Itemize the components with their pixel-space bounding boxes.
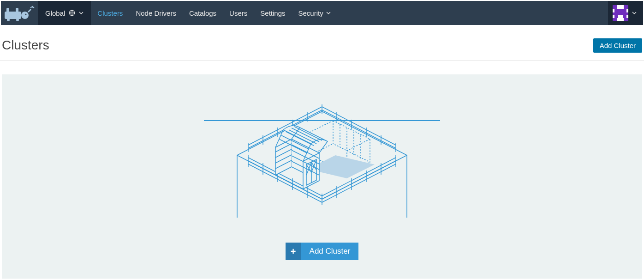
globe-icon bbox=[69, 10, 75, 16]
nav-users[interactable]: Users bbox=[223, 1, 254, 25]
svg-point-3 bbox=[21, 12, 29, 19]
scope-label: Global bbox=[45, 9, 65, 17]
scope-dropdown[interactable]: Global bbox=[38, 1, 91, 25]
svg-rect-1 bbox=[6, 8, 9, 12]
logo[interactable] bbox=[1, 1, 38, 25]
empty-state: + Add Cluster bbox=[2, 74, 642, 279]
nav-settings[interactable]: Settings bbox=[254, 1, 292, 25]
add-cluster-empty-button[interactable]: + Add Cluster bbox=[286, 243, 359, 260]
nav-node-drivers[interactable]: Node Drivers bbox=[129, 1, 183, 25]
svg-rect-0 bbox=[5, 12, 21, 19]
nav-security[interactable]: Security bbox=[292, 1, 337, 25]
page-title: Clusters bbox=[2, 38, 49, 53]
page-header: Clusters Add Cluster bbox=[0, 26, 644, 61]
user-menu[interactable] bbox=[608, 1, 643, 25]
nav-clusters[interactable]: Clusters bbox=[91, 1, 129, 25]
nav-label: Settings bbox=[260, 9, 285, 17]
chevron-down-icon bbox=[79, 11, 83, 15]
rancher-logo-icon bbox=[4, 5, 35, 21]
svg-point-6 bbox=[25, 14, 27, 15]
primary-nav: Clusters Node Drivers Catalogs Users Set… bbox=[91, 1, 337, 25]
nav-label: Clusters bbox=[97, 9, 123, 17]
add-cluster-button[interactable]: Add Cluster bbox=[593, 38, 642, 53]
avatar bbox=[613, 5, 628, 21]
plus-icon: + bbox=[286, 243, 301, 260]
top-navbar: Global Clusters Node Drivers Catalogs Us… bbox=[1, 1, 643, 25]
chevron-down-icon bbox=[326, 11, 331, 15]
nav-label: Users bbox=[229, 9, 247, 17]
svg-rect-2 bbox=[16, 8, 18, 12]
add-cluster-label: Add Cluster bbox=[301, 243, 359, 260]
nav-label: Node Drivers bbox=[136, 9, 176, 17]
chevron-down-icon bbox=[632, 11, 637, 15]
empty-illustration bbox=[204, 93, 440, 219]
nav-label: Security bbox=[298, 9, 323, 17]
nav-catalogs[interactable]: Catalogs bbox=[183, 1, 223, 25]
nav-label: Catalogs bbox=[189, 9, 216, 17]
